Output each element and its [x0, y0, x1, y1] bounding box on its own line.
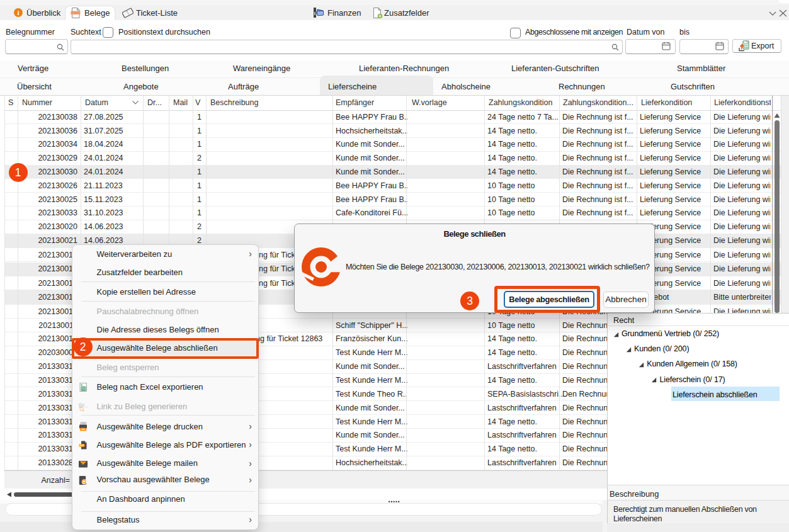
svg-text:PDF: PDF: [80, 444, 84, 447]
svg-text:...: ...: [84, 404, 88, 408]
